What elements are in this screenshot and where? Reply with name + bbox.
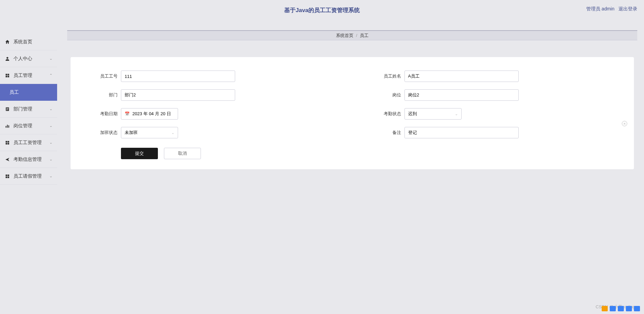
- admin-label[interactable]: 管理员 admin: [586, 6, 614, 12]
- sidebar-item-label: 系统首页: [13, 39, 32, 45]
- attendance-date-label: 考勤日期: [91, 111, 118, 117]
- sidebar-item-position[interactable]: 岗位管理 ⌄: [0, 118, 57, 134]
- grid-icon: [5, 73, 10, 78]
- overtime-status-select[interactable]: 未加班 ⌄: [121, 127, 178, 138]
- calendar-icon: 📅: [125, 111, 130, 116]
- svg-rect-9: [6, 126, 6, 128]
- svg-rect-15: [8, 143, 9, 144]
- sidebar-item-label: 部门管理: [13, 106, 32, 112]
- svg-rect-17: [8, 174, 9, 176]
- select-value: 迟到: [408, 111, 417, 117]
- form-row-employee-id: 员工工号: [91, 71, 331, 82]
- svg-rect-8: [6, 109, 8, 110]
- breadcrumb-separator: /: [356, 33, 357, 38]
- sidebar-item-label: 考勤信息管理: [13, 156, 42, 163]
- screen-controls: [602, 306, 640, 311]
- cancel-button[interactable]: 取消: [164, 148, 201, 159]
- employee-name-label: 员工姓名: [374, 73, 401, 79]
- attendance-status-select[interactable]: 迟到 ⌄: [404, 108, 462, 120]
- document-icon: [5, 106, 10, 112]
- chevron-down-icon: ⌄: [49, 124, 52, 128]
- sidebar-item-label: 员工管理: [13, 73, 32, 79]
- svg-rect-6: [6, 108, 8, 108]
- attendance-status-label: 考勤状态: [374, 111, 401, 117]
- svg-rect-3: [6, 76, 7, 77]
- form-actions: 提交 取消: [121, 148, 614, 159]
- attendance-date-input[interactable]: 📅 2023 年 04 月 20 日: [121, 108, 178, 120]
- position-label: 岗位: [374, 92, 401, 98]
- control-icon[interactable]: [618, 306, 624, 311]
- svg-rect-12: [6, 141, 7, 142]
- svg-rect-19: [8, 176, 9, 178]
- sidebar-item-employee[interactable]: 员工: [0, 84, 57, 101]
- sidebar-item-label: 员工请假管理: [13, 173, 42, 179]
- sidebar: 系统首页 个人中心 ⌄ 员工管理 ⌃ 员工 部门管理 ⌄: [0, 20, 57, 314]
- header: 基于Java的员工工资管理系统 管理员 admin 退出登录: [0, 0, 644, 20]
- control-icon[interactable]: [602, 306, 608, 311]
- remark-input[interactable]: [404, 127, 519, 138]
- sidebar-item-attendance[interactable]: 考勤信息管理 ⌄: [0, 151, 57, 168]
- grid-icon: [5, 140, 10, 145]
- close-icon[interactable]: ✕: [622, 121, 627, 126]
- chevron-down-icon: ⌄: [49, 56, 52, 61]
- chevron-up-icon: ⌃: [49, 73, 52, 78]
- control-icon[interactable]: [610, 306, 616, 311]
- sidebar-item-department[interactable]: 部门管理 ⌄: [0, 101, 57, 118]
- form-row-remark: 备注: [374, 127, 614, 138]
- svg-rect-1: [6, 74, 7, 75]
- form-row-employee-name: 员工姓名: [374, 71, 614, 82]
- sidebar-item-employee-mgmt[interactable]: 员工管理 ⌃: [0, 67, 57, 84]
- remark-label: 备注: [374, 130, 401, 136]
- control-icon[interactable]: [634, 306, 640, 311]
- svg-rect-10: [7, 125, 8, 128]
- sidebar-item-leave[interactable]: 员工请假管理 ⌄: [0, 168, 57, 185]
- employee-name-input[interactable]: [404, 71, 519, 82]
- employee-id-input[interactable]: [121, 71, 235, 82]
- svg-rect-2: [8, 74, 9, 75]
- grid-icon: [5, 174, 10, 179]
- form-row-attendance-status: 考勤状态 迟到 ⌄: [374, 108, 614, 120]
- control-icon[interactable]: [626, 306, 632, 311]
- person-icon: [5, 56, 10, 61]
- chevron-down-icon: ⌄: [49, 107, 52, 111]
- svg-rect-7: [6, 109, 8, 109]
- bars-icon: [5, 123, 10, 129]
- form-row-position: 岗位: [374, 89, 614, 101]
- position-input[interactable]: [404, 89, 519, 101]
- app-title: 基于Java的员工工资管理系统: [284, 6, 360, 14]
- form-row-attendance-date: 考勤日期 📅 2023 年 04 月 20 日: [91, 108, 331, 120]
- svg-rect-14: [6, 143, 7, 144]
- chevron-down-icon: ⌄: [171, 131, 174, 135]
- svg-point-0: [6, 57, 8, 58]
- form-row-overtime-status: 加班状态 未加班 ⌄: [91, 127, 331, 138]
- form-row-department: 部门: [91, 89, 331, 101]
- form-card: 员工工号 员工姓名 部门 岗位 考勤日期: [71, 57, 634, 169]
- sidebar-item-label: 岗位管理: [13, 123, 32, 129]
- department-label: 部门: [91, 92, 118, 98]
- logout-link[interactable]: 退出登录: [618, 6, 637, 12]
- chevron-down-icon: ⌄: [455, 112, 458, 116]
- sidebar-item-profile[interactable]: 个人中心 ⌄: [0, 50, 57, 67]
- home-icon: [5, 39, 10, 45]
- breadcrumb: 系统首页 / 员工: [67, 30, 637, 40]
- chevron-down-icon: ⌄: [49, 140, 52, 145]
- date-value: 2023 年 04 月 20 日: [132, 111, 171, 117]
- sidebar-item-label: 个人中心: [13, 56, 32, 62]
- sidebar-item-salary[interactable]: 员工工资管理 ⌄: [0, 134, 57, 151]
- sidebar-item-home[interactable]: 系统首页: [0, 34, 57, 50]
- sidebar-item-label: 员工工资管理: [13, 140, 42, 146]
- overtime-status-label: 加班状态: [91, 130, 118, 136]
- breadcrumb-home[interactable]: 系统首页: [336, 33, 353, 39]
- department-input[interactable]: [121, 89, 235, 101]
- submit-button[interactable]: 提交: [121, 148, 158, 159]
- header-right: 管理员 admin 退出登录: [586, 6, 637, 12]
- svg-rect-13: [8, 141, 9, 142]
- chevron-down-icon: ⌄: [49, 174, 52, 178]
- breadcrumb-current: 员工: [360, 33, 369, 39]
- svg-rect-4: [8, 76, 9, 77]
- svg-rect-18: [6, 176, 7, 178]
- svg-rect-11: [8, 125, 9, 128]
- main-content: 系统首页 / 员工 员工工号 员工姓名 部门 岗位: [57, 20, 644, 314]
- chevron-down-icon: ⌄: [49, 157, 52, 162]
- employee-id-label: 员工工号: [91, 73, 118, 79]
